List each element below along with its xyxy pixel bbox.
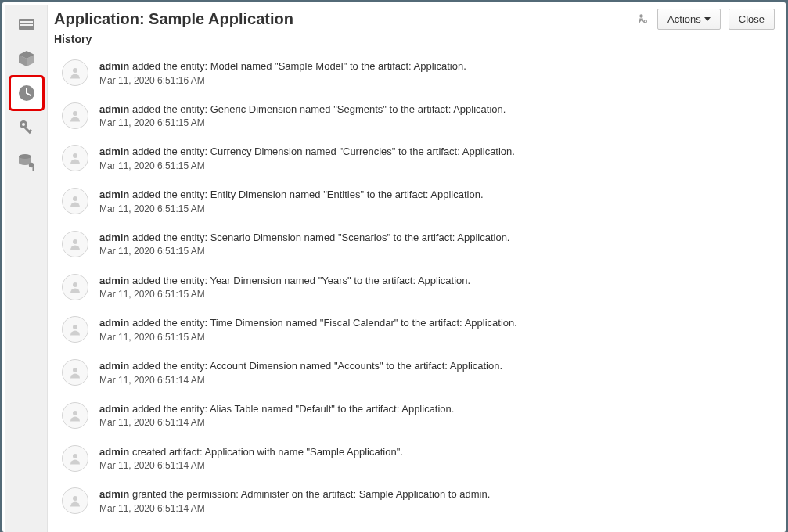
cube-icon	[17, 49, 36, 68]
actions-button-label: Actions	[667, 13, 701, 25]
sidebar-item-data-grants[interactable]	[11, 146, 42, 178]
history-entry: admin added the entity: Account Dimensio…	[56, 353, 776, 396]
history-entry: admin added the entity: Generic Dimensio…	[56, 96, 776, 139]
close-button[interactable]: Close	[729, 9, 775, 30]
history-timestamp: Mar 11, 2020 6:51:15 AM	[99, 203, 484, 215]
history-timestamp: Mar 11, 2020 6:51:15 AM	[99, 331, 517, 343]
header-actions: Actions Close	[635, 9, 775, 30]
page-title: Application: Sample Application	[54, 10, 293, 28]
history-timestamp: Mar 11, 2020 6:51:14 AM	[99, 416, 454, 429]
avatar	[62, 487, 88, 514]
history-message: admin added the entity: Year Dimension n…	[99, 274, 470, 288]
history-timestamp: Mar 11, 2020 6:51:15 AM	[99, 160, 515, 172]
history-message: admin added the entity: Time Dimension n…	[99, 316, 517, 330]
svg-rect-2	[23, 21, 33, 23]
history-timestamp: Mar 11, 2020 6:51:15 AM	[99, 288, 470, 300]
svg-point-19	[73, 239, 77, 244]
avatar	[62, 102, 88, 129]
svg-point-22	[73, 368, 77, 372]
svg-point-14	[644, 20, 646, 22]
history-entry-text: admin added the entity: Entity Dimension…	[99, 188, 484, 215]
svg-rect-1	[20, 21, 23, 23]
key-icon	[17, 118, 36, 137]
sidebar-item-history[interactable]	[11, 77, 42, 109]
history-timestamp: Mar 11, 2020 6:51:16 AM	[99, 74, 466, 87]
section-heading: History	[2, 33, 786, 50]
close-button-label: Close	[739, 13, 765, 25]
accessibility-icon[interactable]	[635, 13, 649, 27]
history-entry: admin added the entity: Alias Table name…	[56, 396, 776, 439]
history-entry-text: admin granted the permission: Administer…	[99, 487, 490, 515]
svg-point-20	[73, 282, 77, 287]
history-timestamp: Mar 11, 2020 6:51:14 AM	[99, 459, 403, 472]
avatar	[62, 188, 88, 214]
list-icon	[17, 15, 36, 34]
svg-point-18	[73, 196, 77, 201]
svg-point-15	[73, 68, 77, 73]
history-entry: admin added the entity: Currency Dimensi…	[56, 138, 776, 182]
svg-rect-3	[20, 24, 23, 26]
history-entry-text: admin added the entity: Generic Dimensio…	[99, 102, 506, 130]
history-message: admin added the entity: Account Dimensio…	[99, 359, 502, 373]
history-entry: admin added the entity: Entity Dimension…	[56, 182, 776, 225]
history-message: admin added the entity: Generic Dimensio…	[99, 102, 506, 117]
actions-button[interactable]: Actions	[657, 9, 721, 30]
history-timestamp: Mar 11, 2020 6:51:15 AM	[99, 117, 506, 129]
history-entry-text: admin added the entity: Time Dimension n…	[99, 316, 517, 343]
avatar	[62, 274, 88, 300]
svg-rect-4	[23, 24, 33, 26]
svg-point-7	[22, 123, 25, 126]
svg-point-16	[73, 111, 77, 116]
history-timestamp: Mar 11, 2020 6:51:15 AM	[99, 245, 509, 257]
sidebar	[5, 5, 48, 532]
chevron-down-icon	[704, 17, 711, 21]
history-entry: admin added the entity: Scenario Dimensi…	[56, 225, 776, 268]
history-entry: admin added the entity: Year Dimension n…	[56, 268, 776, 311]
header: Application: Sample Application Actions …	[2, 2, 786, 33]
history-message: admin created artifact: Application with…	[99, 445, 403, 459]
avatar	[62, 359, 88, 386]
svg-point-23	[73, 411, 77, 415]
history-entry-text: admin added the entity: Account Dimensio…	[99, 359, 502, 386]
history-message: admin added the entity: Entity Dimension…	[99, 188, 484, 202]
history-entry: admin created artifact: Application with…	[56, 439, 776, 482]
history-entry-text: admin created artifact: Application with…	[99, 445, 403, 473]
svg-point-17	[73, 153, 77, 158]
history-message: admin added the entity: Currency Dimensi…	[99, 145, 515, 159]
svg-rect-12	[32, 167, 34, 171]
svg-point-21	[73, 325, 77, 329]
history-message: admin added the entity: Alias Table name…	[99, 402, 454, 416]
sidebar-item-model[interactable]	[11, 43, 42, 74]
db-key-icon	[17, 153, 36, 171]
history-entry-text: admin added the entity: Alias Table name…	[99, 402, 454, 430]
svg-point-24	[73, 454, 77, 458]
history-message: admin added the entity: Scenario Dimensi…	[99, 231, 509, 245]
history-entry-text: admin added the entity: Currency Dimensi…	[99, 145, 515, 172]
history-message: admin granted the permission: Administer…	[99, 487, 490, 501]
history-entry-text: admin added the entity: Scenario Dimensi…	[99, 231, 509, 258]
avatar	[62, 445, 88, 472]
history-entry-text: admin added the entity: Model named "Sam…	[99, 59, 466, 87]
history-entry: admin granted the permission: Administer…	[56, 481, 776, 524]
svg-point-25	[73, 496, 77, 501]
avatar	[62, 402, 88, 429]
history-timestamp: Mar 11, 2020 6:51:14 AM	[99, 374, 502, 386]
avatar	[62, 231, 88, 257]
history-message: admin added the entity: Model named "Sam…	[99, 59, 466, 74]
history-list: admin added the entity: Model named "Sam…	[48, 50, 786, 532]
clock-icon	[17, 84, 36, 102]
sidebar-item-properties[interactable]	[11, 9, 42, 40]
avatar	[62, 59, 88, 86]
history-timestamp: Mar 11, 2020 6:51:14 AM	[99, 502, 490, 515]
sidebar-item-permissions[interactable]	[11, 112, 42, 143]
history-entry-text: admin added the entity: Year Dimension n…	[99, 274, 470, 301]
history-entry: admin added the entity: Time Dimension n…	[56, 310, 776, 353]
history-entry: admin added the entity: Model named "Sam…	[56, 53, 776, 96]
avatar	[62, 145, 88, 171]
svg-point-13	[639, 14, 643, 18]
avatar	[62, 316, 88, 343]
